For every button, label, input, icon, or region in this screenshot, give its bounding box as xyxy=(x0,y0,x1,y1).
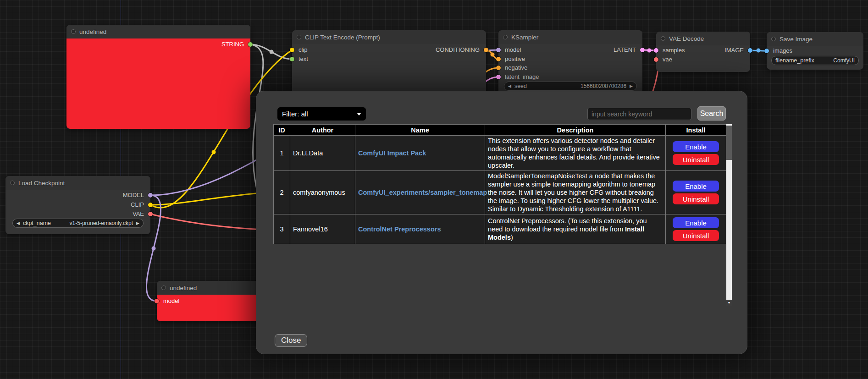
filename-prefix-widget[interactable]: filename_prefix ComfyUI xyxy=(771,56,859,65)
scrollbar-thumb[interactable] xyxy=(726,126,732,160)
widget-name: ckpt_name xyxy=(23,220,51,226)
arrow-left-icon[interactable]: ◀ xyxy=(17,221,20,225)
slot-label: negative xyxy=(505,64,527,71)
column-header-author: Author xyxy=(290,125,355,136)
wire-dot xyxy=(647,49,652,53)
column-header-description: Description xyxy=(485,125,666,136)
enable-button[interactable]: Enable xyxy=(673,181,719,192)
output-port-string[interactable] xyxy=(248,42,253,47)
input-port-text[interactable] xyxy=(290,57,294,61)
node-title: CLIP Text Encode (Prompt) xyxy=(305,34,380,41)
node-title-bar[interactable]: KSampler xyxy=(498,30,642,44)
arrow-right-icon[interactable]: ▶ xyxy=(136,221,139,225)
node-collapse-icon[interactable] xyxy=(503,35,508,39)
slot-label: images xyxy=(773,47,792,54)
manager-dialog: Filter: all Search ID Author Name Descri… xyxy=(256,91,747,354)
extension-link[interactable]: ComfyUI Impact Pack xyxy=(358,149,426,157)
cell-id: 2 xyxy=(274,171,290,214)
slot-label: latent_image xyxy=(505,73,539,80)
input-port-latent-image[interactable] xyxy=(496,75,501,79)
extension-link[interactable]: ControlNet Preprocessors xyxy=(358,225,441,233)
search-input[interactable] xyxy=(587,108,691,120)
node-vae-decode[interactable]: VAE Decode samples IMAGE vae xyxy=(656,32,750,72)
node-title: undefined xyxy=(79,28,106,35)
widget-name: seed xyxy=(514,83,527,89)
input-port-samples[interactable] xyxy=(654,48,658,53)
uninstall-button[interactable]: Uninstall xyxy=(673,230,719,241)
node-collapse-icon[interactable] xyxy=(661,36,665,41)
filter-select[interactable]: Filter: all xyxy=(277,107,366,121)
slot-label: CLIP xyxy=(131,200,144,209)
node-title: undefined xyxy=(170,285,197,291)
output-port-vae[interactable] xyxy=(148,212,153,216)
node-title-bar[interactable]: VAE Decode xyxy=(656,32,750,45)
cell-description: ModelSamplerTonemapNoiseTest a node that… xyxy=(485,171,666,214)
input-port-vae[interactable] xyxy=(654,57,658,62)
caret-down-icon: ▼ xyxy=(728,301,731,304)
slot-label: LATENT xyxy=(614,45,636,55)
input-port-model[interactable] xyxy=(496,48,501,52)
comfyui-canvas[interactable]: undefined STRING CLIP Text Encode (Promp… xyxy=(0,0,868,379)
search-button[interactable]: Search xyxy=(697,106,726,121)
node-title: Load Checkpoint xyxy=(18,180,65,187)
node-title-bar[interactable]: Save Image xyxy=(767,32,863,46)
enable-button[interactable]: Enable xyxy=(673,141,719,152)
close-button[interactable]: Close xyxy=(275,334,307,347)
node-title-bar[interactable]: CLIP Text Encode (Prompt) xyxy=(292,30,486,44)
output-port-clip[interactable] xyxy=(148,203,153,207)
wire-dot xyxy=(757,49,761,53)
node-load-checkpoint[interactable]: Load Checkpoint MODEL CLIP VAE ◀ ckpt_na… xyxy=(6,176,150,234)
node-collapse-icon[interactable] xyxy=(297,35,301,39)
arrow-right-icon[interactable]: ▶ xyxy=(630,84,633,88)
node-title: Save Image xyxy=(780,36,813,43)
node-collapse-icon[interactable] xyxy=(10,181,15,185)
ckpt-name-widget[interactable]: ◀ ckpt_name v1-5-pruned-emaonly.ckpt ▶ xyxy=(12,219,144,228)
node-title-bar[interactable]: Load Checkpoint xyxy=(6,176,150,190)
cell-id: 3 xyxy=(274,214,290,244)
wire-dot xyxy=(270,50,274,54)
slot-label: samples xyxy=(663,47,685,54)
scroll-down-button[interactable]: ▼ xyxy=(726,300,732,306)
input-port-positive[interactable] xyxy=(496,57,501,61)
output-port-image[interactable] xyxy=(748,48,752,53)
slot-label: STRING xyxy=(221,40,244,49)
widget-value: 156680208700286 xyxy=(581,83,626,89)
filter-select-value: Filter: all xyxy=(282,110,308,118)
seed-widget[interactable]: ◀ seed 156680208700286 ▶ xyxy=(504,82,637,91)
node-save-image[interactable]: Save Image images filename_prefix ComfyU… xyxy=(767,32,863,70)
input-port-clip[interactable] xyxy=(290,48,294,52)
wire-dot xyxy=(212,150,216,154)
uninstall-button[interactable]: Uninstall xyxy=(673,154,719,165)
node-collapse-icon[interactable] xyxy=(771,37,776,41)
node-collapse-icon[interactable] xyxy=(161,286,166,290)
cell-description: This extension offers various detector n… xyxy=(485,136,666,171)
extension-link[interactable]: ComfyUI_experiments/sampler_tonemap xyxy=(358,189,487,196)
enable-button[interactable]: Enable xyxy=(673,217,719,228)
output-port-conditioning[interactable] xyxy=(484,48,488,52)
input-port-negative[interactable] xyxy=(496,66,501,70)
node-undefined-top[interactable]: undefined STRING xyxy=(66,25,250,129)
widget-value: ComfyUI xyxy=(833,57,855,64)
column-header-name: Name xyxy=(355,125,485,136)
cell-author: Fannovel16 xyxy=(290,214,355,244)
node-title: VAE Decode xyxy=(669,35,704,42)
wire-dot xyxy=(491,53,495,57)
uninstall-button[interactable]: Uninstall xyxy=(673,193,719,204)
slot-label: model xyxy=(163,297,179,304)
node-title-bar[interactable]: undefined xyxy=(157,281,262,295)
slot-label: vae xyxy=(663,56,672,63)
output-port-latent[interactable] xyxy=(640,48,645,52)
node-title-bar[interactable]: undefined xyxy=(66,25,250,38)
node-collapse-icon[interactable] xyxy=(71,29,76,34)
arrow-left-icon[interactable]: ◀ xyxy=(508,84,511,88)
input-port-model[interactable] xyxy=(155,299,159,303)
output-port-model[interactable] xyxy=(148,193,153,198)
input-port-images[interactable] xyxy=(764,49,769,53)
cell-author: Dr.Lt.Data xyxy=(290,136,355,171)
wire-dot xyxy=(152,247,156,251)
widget-value: v1-5-pruned-emaonly.ckpt xyxy=(70,220,133,226)
node-undefined-bottom[interactable]: undefined model xyxy=(157,281,262,321)
table-scrollbar[interactable]: ▼ xyxy=(726,124,732,306)
node-title: KSampler xyxy=(511,34,538,41)
table-row: 2 comfyanonymous ComfyUI_experiments/sam… xyxy=(274,171,726,214)
